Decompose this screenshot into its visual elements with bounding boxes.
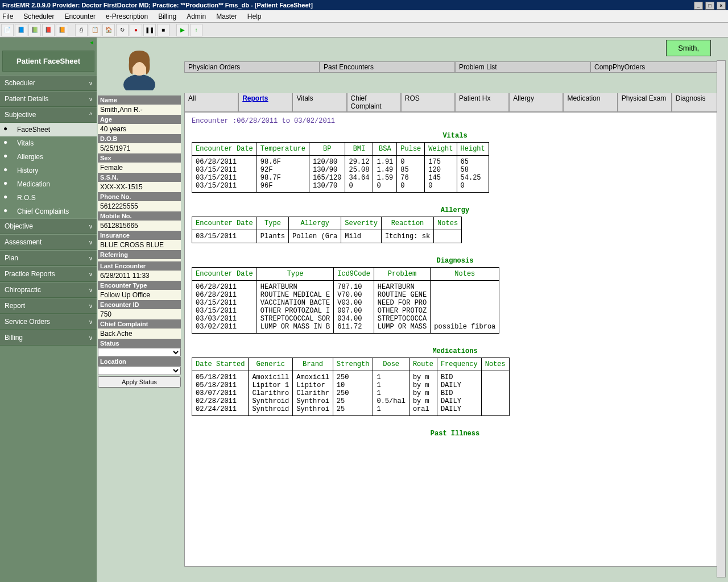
sidebar-item-subjective[interactable]: Subjective^ [0, 107, 97, 123]
sidebar-toggle-icon[interactable]: ◂ [0, 38, 97, 47]
report-body: Encounter :06/28/2011 to 03/02/2011 Vita… [184, 112, 726, 567]
sidebar-item-practicereports[interactable]: Practice Reportsv [0, 266, 97, 282]
pt-value-encountertype: Follow Up Office [98, 290, 181, 300]
tabs-top-row: Physician OrdersPast EncountersProblem L… [184, 61, 726, 73]
menu-eprescription[interactable]: e-Prescription [106, 13, 148, 20]
toolbar-btn-9[interactable]: ↻ [116, 24, 129, 36]
toolbar-play-icon[interactable]: ▶ [176, 24, 189, 36]
sidebar-item-vitals[interactable]: ●Vitals [0, 136, 97, 150]
apply-status-button[interactable]: Apply Status [98, 376, 181, 388]
status-label: Status [98, 339, 181, 348]
table-row: 06/28/201106/28/201103/15/201103/15/2011… [192, 281, 499, 334]
tab-physicalexam[interactable]: Physical Exam [618, 93, 672, 112]
vertical-scrollbar[interactable] [717, 60, 726, 577]
toolbar-btn-3[interactable]: 📗 [28, 24, 41, 36]
sidebar-item-serviceorders[interactable]: Service Ordersv [0, 314, 97, 330]
pt-label-insurance: Insurance [98, 231, 181, 240]
sidebar-item-scheduler[interactable]: Schedulerv [0, 75, 97, 91]
tab-reports[interactable]: Reports [238, 93, 292, 112]
toolbar-up-icon[interactable]: ↑ [190, 24, 202, 36]
sidebar-item-plan[interactable]: Planv [0, 250, 97, 266]
menu-help[interactable]: Help [247, 13, 262, 20]
sidebar-item-ros[interactable]: ●R.O.S [0, 191, 97, 205]
tab-problemlist[interactable]: Problem List [455, 61, 590, 73]
toolbar-btn-8[interactable]: 🏠 [102, 24, 115, 36]
tab-compphyorders[interactable]: CompPhyOrders [590, 61, 726, 73]
table-allergy: Encounter DateTypeAllergySeverityReactio… [192, 217, 462, 243]
menu-billing[interactable]: Billing [158, 13, 176, 20]
tabs-sub-row: AllReportsVitalsChief ComplaintROSPatien… [184, 93, 726, 112]
pt-label-encountertype: Encounter Type [98, 281, 181, 290]
pt-value-ssn: XXX-XX-1515 [98, 182, 181, 192]
pt-value-encounterid: 750 [98, 309, 181, 319]
pt-value-phoneno: 5612225555 [98, 201, 181, 211]
menu-admin[interactable]: Admin [187, 13, 206, 20]
toolbar-btn-4[interactable]: 📕 [42, 24, 55, 36]
sidebar-item-history[interactable]: ●History [0, 164, 97, 177]
sidebar-item-assessment[interactable]: Assessmentv [0, 234, 97, 250]
close-button[interactable]: × [717, 2, 726, 10]
pt-label-encounterid: Encounter ID [98, 300, 181, 309]
window-controls: _ □ × [693, 0, 726, 10]
tab-vitals[interactable]: Vitals [292, 93, 346, 112]
pt-value-chiefcomplaint: Back Ache [98, 329, 181, 339]
sidebar-item-allergies[interactable]: ●Allergies [0, 150, 97, 164]
sidebar-item-chiropractic[interactable]: Chiropracticv [0, 282, 97, 298]
maximize-button[interactable]: □ [705, 2, 714, 10]
pt-label-ssn: S.S.N. [98, 173, 181, 182]
table-row: 05/18/201105/18/201103/07/201102/28/2011… [192, 371, 510, 416]
toolbar-btn-7[interactable]: 📋 [89, 24, 101, 36]
toolbar-record-icon[interactable]: ● [130, 24, 142, 36]
encounter-range: Encounter :06/28/2011 to 03/02/2011 [192, 117, 718, 125]
location-label: Location [98, 357, 181, 366]
toolbar-pause-icon[interactable]: ❚❚ [143, 24, 156, 36]
window-title: FirstEMR 2.0.9.0 Provider: Doctor FirstD… [2, 0, 313, 10]
toolbar-btn-5[interactable]: 📙 [56, 24, 68, 36]
tab-physicianorders[interactable]: Physician Orders [184, 61, 320, 73]
toolbar-btn-1[interactable]: 📄 [1, 24, 14, 36]
sidebar-item-objective[interactable]: Objectivev [0, 218, 97, 234]
section-title-pastillness: Past Illness [192, 430, 718, 438]
sidebar-item-report[interactable]: Reportv [0, 298, 97, 314]
section-title-vitals: Vitals [192, 132, 718, 140]
pt-value-age: 40 years [98, 124, 181, 134]
svg-point-0 [123, 74, 155, 90]
section-title-allergy: Allergy [192, 206, 718, 214]
sidebar-item-facesheet[interactable]: ●FaceSheet [0, 123, 97, 136]
sidebar-item-chiefcomplaints[interactable]: ●Chief Complaints [0, 205, 97, 218]
sidebar-item-billing[interactable]: Billingv [0, 330, 97, 346]
menubar: FileSchedulerEncountere-PrescriptionBill… [0, 10, 728, 23]
minimize-button[interactable]: _ [694, 2, 703, 10]
tab-ros[interactable]: ROS [401, 93, 455, 112]
tab-medication[interactable]: Medication [563, 93, 617, 112]
menu-master[interactable]: Master [216, 13, 237, 20]
sidebar-item-medication[interactable]: ●Medication [0, 177, 97, 191]
pt-label-dob: D.O.B [98, 134, 181, 143]
toolbar-btn-2[interactable]: 📘 [15, 24, 27, 36]
location-select[interactable] [98, 366, 181, 375]
pt-value-sex: Female [98, 163, 181, 173]
sidebar-header: Patient FaceSheet [2, 51, 94, 72]
pt-label-age: Age [98, 115, 181, 124]
patient-panel: NameSmith,Ann R.-Age40 yearsD.O.B5/25/19… [97, 38, 182, 582]
pt-label-phoneno: Phone No. [98, 192, 181, 201]
tab-patienthx[interactable]: Patient Hx [455, 93, 509, 112]
pt-value-name: Smith,Ann R.- [98, 105, 181, 115]
pt-label-lastencounter: Last Encounter [98, 261, 181, 271]
status-select[interactable] [98, 348, 181, 357]
menu-file[interactable]: File [2, 13, 13, 20]
toolbar-btn-6[interactable]: ⎙ [75, 24, 88, 36]
tab-chiefcomplaint[interactable]: Chief Complaint [347, 93, 401, 112]
toolbar-stop-icon[interactable]: ■ [157, 24, 169, 36]
report-area: Smith, Physician OrdersPast EncountersPr… [182, 38, 728, 582]
sidebar-item-patientdetails[interactable]: Patient Detailsv [0, 91, 97, 107]
patient-avatar [105, 42, 173, 93]
menu-scheduler[interactable]: Scheduler [23, 13, 54, 20]
tab-all[interactable]: All [184, 93, 238, 112]
pt-value-lastencounter: 6/28/2011 11:33 [98, 271, 181, 281]
pt-label-name: Name [98, 95, 181, 105]
patient-badge[interactable]: Smith, [666, 40, 711, 56]
menu-encounter[interactable]: Encounter [64, 13, 96, 20]
tab-allergy[interactable]: Allergy [509, 93, 563, 112]
tab-pastencounters[interactable]: Past Encounters [320, 61, 455, 73]
